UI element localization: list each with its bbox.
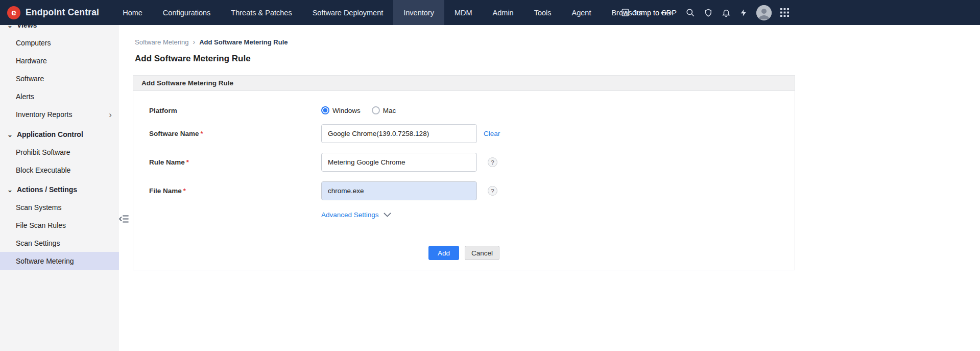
apps-grid-icon[interactable] bbox=[780, 8, 789, 17]
rule-name-label: Rule Name* bbox=[149, 158, 321, 166]
page-title: Add Software Metering Rule bbox=[133, 54, 980, 64]
sidebar-item-label: Scan Settings bbox=[16, 239, 60, 247]
platform-option-windows: Windows bbox=[321, 106, 361, 114]
primary-nav: Home Configurations Threats & Patches So… bbox=[112, 0, 680, 25]
sidebar-item-label: Prohibit Software bbox=[16, 148, 70, 156]
rule-name-row: Rule Name* ? bbox=[149, 153, 795, 172]
sidebar-item-alerts[interactable]: Alerts bbox=[0, 87, 119, 105]
main-content: Software Metering › Add Software Meterin… bbox=[119, 25, 980, 351]
sidebar-collapse-button[interactable] bbox=[118, 214, 129, 223]
chevron-right-icon: › bbox=[109, 110, 112, 119]
main-layout: ⌄ Views Computers Hardware Software Aler… bbox=[0, 25, 980, 351]
chevron-down-icon: ⌄ bbox=[7, 131, 13, 138]
file-name-control: ? bbox=[321, 181, 497, 200]
sidebar-item-label: File Scan Rules bbox=[16, 221, 66, 229]
jump-to-sdp-label: Jump to SDP bbox=[633, 9, 677, 17]
shield-icon[interactable] bbox=[704, 8, 713, 17]
form-actions: Add Cancel bbox=[133, 246, 795, 260]
sidebar-item-file-scan-rules[interactable]: File Scan Rules bbox=[0, 216, 119, 234]
add-button[interactable]: Add bbox=[428, 246, 459, 260]
platform-label: Platform bbox=[149, 107, 321, 114]
rule-name-control: ? bbox=[321, 153, 497, 172]
sidebar-section-views[interactable]: ⌄ Views bbox=[0, 25, 119, 34]
search-icon[interactable] bbox=[685, 8, 695, 17]
breadcrumb: Software Metering › Add Software Meterin… bbox=[133, 38, 980, 46]
file-name-help-icon[interactable]: ? bbox=[488, 186, 497, 196]
required-asterisk: * bbox=[186, 158, 189, 166]
software-name-control: Clear bbox=[321, 124, 500, 143]
brand: e Endpoint Central bbox=[0, 0, 112, 25]
software-name-label-text: Software Name bbox=[149, 130, 199, 137]
sidebar-item-label: Computers bbox=[16, 39, 51, 47]
software-name-label: Software Name* bbox=[149, 130, 321, 137]
sidebar-item-computers[interactable]: Computers bbox=[0, 34, 119, 52]
nav-threats-patches[interactable]: Threats & Patches bbox=[221, 0, 302, 25]
required-asterisk: * bbox=[201, 130, 203, 137]
chevron-down-icon bbox=[384, 213, 391, 217]
rule-name-help-icon[interactable]: ? bbox=[488, 157, 497, 167]
rule-name-input[interactable] bbox=[321, 153, 477, 172]
sidebar-section-label: Actions / Settings bbox=[17, 185, 77, 194]
sidebar-item-label: Alerts bbox=[16, 92, 34, 101]
sidebar-item-software[interactable]: Software bbox=[0, 69, 119, 87]
software-name-row: Software Name* Clear bbox=[149, 124, 795, 143]
advanced-settings-link[interactable]: Advanced Settings bbox=[321, 211, 379, 219]
platform-option-mac: Mac bbox=[372, 106, 396, 114]
breadcrumb-separator-icon: › bbox=[193, 38, 196, 46]
platform-windows-radio[interactable] bbox=[321, 106, 329, 114]
nav-inventory[interactable]: Inventory bbox=[393, 0, 444, 25]
panel-title: Add Software Metering Rule bbox=[133, 76, 795, 91]
sidebar-item-label: Software Metering bbox=[16, 257, 74, 265]
breadcrumb-current: Add Software Metering Rule bbox=[199, 38, 288, 46]
jump-to-sdp-link[interactable]: Jump to SDP bbox=[621, 8, 677, 17]
user-avatar[interactable] bbox=[756, 5, 772, 20]
sdp-icon bbox=[621, 8, 630, 17]
sidebar-item-label: Scan Systems bbox=[16, 203, 61, 212]
sidebar-item-software-metering[interactable]: Software Metering bbox=[0, 252, 119, 270]
cancel-button[interactable]: Cancel bbox=[465, 246, 499, 260]
nav-configurations[interactable]: Configurations bbox=[153, 0, 221, 25]
nav-tools[interactable]: Tools bbox=[524, 0, 562, 25]
add-rule-panel: Add Software Metering Rule Platform Wind… bbox=[133, 75, 795, 270]
quick-actions-bolt-icon[interactable] bbox=[739, 8, 748, 17]
rule-name-label-text: Rule Name bbox=[149, 158, 185, 166]
sidebar-item-label: Hardware bbox=[16, 57, 47, 65]
required-asterisk: * bbox=[183, 187, 186, 195]
chevron-down-icon: ⌄ bbox=[7, 186, 13, 193]
clear-link[interactable]: Clear bbox=[484, 130, 500, 137]
sidebar-item-scan-systems[interactable]: Scan Systems bbox=[0, 198, 119, 216]
platform-row: Platform Windows Mac bbox=[149, 102, 795, 119]
sidebar-section-actions-settings[interactable]: ⌄ Actions / Settings bbox=[0, 179, 119, 198]
notifications-bell-icon[interactable] bbox=[722, 8, 731, 17]
endpoint-central-logo-icon: e bbox=[7, 6, 20, 19]
software-name-input[interactable] bbox=[321, 124, 477, 143]
sidebar-item-block-executable[interactable]: Block Executable bbox=[0, 161, 119, 179]
file-name-input[interactable] bbox=[321, 181, 477, 200]
file-name-label-text: File Name bbox=[149, 187, 182, 195]
app-root: e Endpoint Central Home Configurations T… bbox=[0, 0, 980, 351]
sidebar-section-label: Application Control bbox=[17, 130, 83, 138]
sidebar-item-prohibit-software[interactable]: Prohibit Software bbox=[0, 143, 119, 161]
nav-admin[interactable]: Admin bbox=[483, 0, 524, 25]
sidebar-item-label: Block Executable bbox=[16, 166, 70, 174]
sidebar-section-application-control[interactable]: ⌄ Application Control bbox=[0, 124, 119, 143]
sidebar-item-inventory-reports[interactable]: Inventory Reports › bbox=[0, 105, 119, 124]
sidebar-item-hardware[interactable]: Hardware bbox=[0, 52, 119, 69]
topbar-right-actions: Jump to SDP bbox=[621, 0, 789, 25]
advanced-settings-toggle[interactable]: Advanced Settings bbox=[321, 210, 795, 219]
platform-options: Windows Mac bbox=[321, 106, 396, 114]
nav-home[interactable]: Home bbox=[112, 0, 153, 25]
brand-title: Endpoint Central bbox=[26, 7, 99, 18]
nav-agent[interactable]: Agent bbox=[562, 0, 602, 25]
sidebar: ⌄ Views Computers Hardware Software Aler… bbox=[0, 25, 119, 351]
nav-software-deployment[interactable]: Software Deployment bbox=[302, 0, 394, 25]
breadcrumb-software-metering-link[interactable]: Software Metering bbox=[135, 38, 189, 46]
chevron-down-icon: ⌄ bbox=[7, 25, 13, 29]
sidebar-item-scan-settings[interactable]: Scan Settings bbox=[0, 234, 119, 252]
nav-mdm[interactable]: MDM bbox=[444, 0, 483, 25]
top-navigation-bar: e Endpoint Central Home Configurations T… bbox=[0, 0, 980, 25]
platform-windows-label: Windows bbox=[332, 107, 361, 114]
platform-mac-radio[interactable] bbox=[372, 106, 380, 114]
panel-body: Platform Windows Mac bbox=[133, 91, 795, 270]
sidebar-item-label: Inventory Reports bbox=[16, 110, 73, 119]
